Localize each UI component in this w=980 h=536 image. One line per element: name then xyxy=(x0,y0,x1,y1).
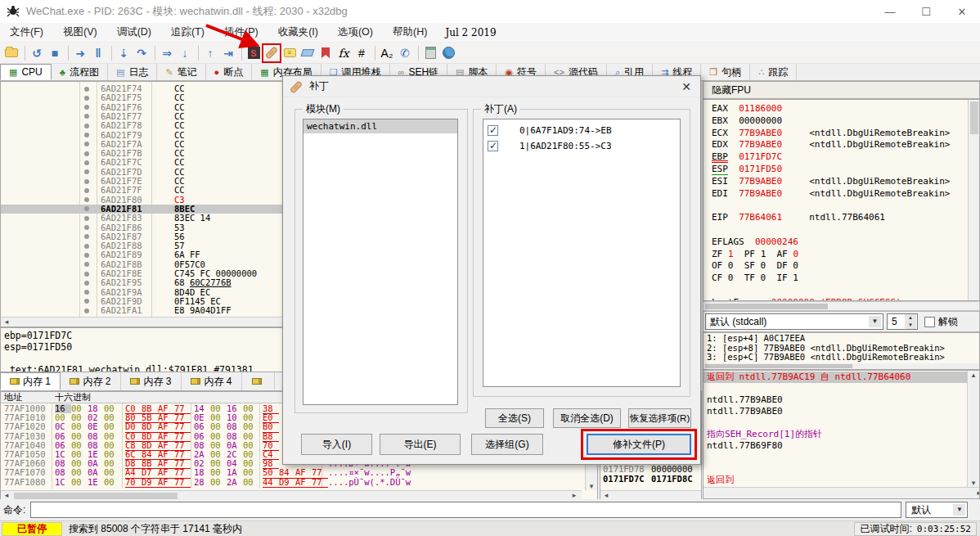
hash-icon[interactable]: # xyxy=(353,45,370,61)
stackinfo-vscrollbar[interactable]: ▴▾ xyxy=(967,371,979,487)
call-icon[interactable]: ✆ xyxy=(397,45,413,61)
arguments-pane[interactable]: 1: [esp+4] A0C17EEA2: [esp+8] 77B9ABE0 <… xyxy=(703,332,980,370)
text-icon[interactable]: A₂ xyxy=(379,45,395,61)
registers-hscrollbar[interactable] xyxy=(703,301,980,311)
select-all-button[interactable]: 全选(S) xyxy=(485,408,544,428)
memory-tab-内存-2[interactable]: 内存 2 xyxy=(61,372,121,390)
menu-item-2[interactable]: 调试(D) xyxy=(107,25,161,39)
tab-日志[interactable]: ▤日志 xyxy=(108,64,157,80)
open-file-icon[interactable] xyxy=(3,45,20,61)
run-to-user-icon[interactable]: ⇥ xyxy=(220,45,236,61)
disasm-row[interactable]: 6AD21F79CC xyxy=(1,131,285,140)
stackinfo-hscrollbar[interactable]: ▸ xyxy=(704,487,980,498)
comments-icon[interactable]: ≡ xyxy=(281,45,298,61)
step-down-icon[interactable]: ↓ xyxy=(177,45,193,61)
disasm-row[interactable]: 6AD21F7ECC xyxy=(1,177,285,186)
disasm-row[interactable]: 6AD21F9568 60C2776B xyxy=(1,278,285,287)
tab-流程图[interactable]: ♣流程图 xyxy=(52,64,108,80)
memory-tab-内存-4[interactable]: 内存 4 xyxy=(182,372,242,390)
disasm-row[interactable]: 6AD21F8857 xyxy=(1,241,285,250)
disasm-row[interactable]: 6AD21F75CC xyxy=(1,93,285,102)
memory-tab-内存-3[interactable]: 内存 3 xyxy=(121,372,182,390)
patch-item[interactable]: 1|6AD21F80:55->C3 xyxy=(483,138,680,154)
tab-CPU[interactable]: ▦CPU xyxy=(0,64,52,80)
disasm-row[interactable]: 6AD21F74CC xyxy=(1,84,285,93)
hide-fpu-button[interactable]: 隐藏FPU xyxy=(703,81,980,99)
menu-item-4[interactable]: 插件(P) xyxy=(214,25,268,39)
tab-句柄[interactable]: ❒句柄 xyxy=(701,64,750,80)
disasm-row[interactable]: 6AD21FA1E8 9A04D1FF xyxy=(1,306,285,315)
menu-item-0[interactable]: 文件(F) xyxy=(0,25,53,39)
export-button[interactable]: 导出(E) xyxy=(380,434,461,455)
disasm-row[interactable]: 6AD21F8EC745 FC 00000000 xyxy=(1,269,285,278)
patch-item[interactable]: 0|6A7F1AD9:74->EB xyxy=(483,123,680,138)
disasm-row[interactable]: 6AD21F8756 xyxy=(1,232,285,241)
arguments-hscrollbar[interactable] xyxy=(704,363,980,369)
disasm-row[interactable]: 6AD21F7BCC xyxy=(1,149,285,158)
patches-list[interactable]: 0|6A7F1AD9:74->EB1|6AD21F80:55->C3 xyxy=(483,119,681,387)
patch-icon[interactable] xyxy=(263,45,280,61)
disasm-row[interactable]: 6AD21F80C3 xyxy=(1,196,285,205)
import-button[interactable]: 导入(I) xyxy=(301,434,372,455)
stop-icon[interactable]: ■ xyxy=(47,45,63,61)
patch-checkbox[interactable] xyxy=(488,141,498,151)
calculator-icon[interactable] xyxy=(422,45,438,61)
step-into-icon[interactable]: ⇣ xyxy=(115,45,132,61)
internet-icon[interactable] xyxy=(440,45,456,61)
disasm-row[interactable]: 6AD21F8653 xyxy=(1,223,285,232)
functions-icon[interactable]: fx xyxy=(335,45,352,61)
menu-item-1[interactable]: 视图(V) xyxy=(53,25,107,39)
disasm-row[interactable]: 6AD21F76CC xyxy=(1,103,285,112)
step-out-icon[interactable]: ↑ xyxy=(202,45,218,61)
select-group-button[interactable]: 选择组(G) xyxy=(471,434,543,455)
deselect-all-button[interactable]: 取消全选(D) xyxy=(553,408,621,428)
disassembly-pane[interactable]: 6AD21F74CC6AD21F75CC6AD21F76CC6AD21F77CC… xyxy=(0,81,285,327)
stack-row[interactable]: 0171FD7C0171FD8C xyxy=(600,474,702,484)
menu-item-3[interactable]: 追踪(T) xyxy=(161,25,214,39)
modules-list[interactable]: wechatwin.dll xyxy=(303,119,458,405)
disasm-row[interactable]: 6AD21F78CC xyxy=(1,121,285,130)
patch-file-button[interactable]: 修补文件(P) xyxy=(587,434,691,455)
tab-笔记[interactable]: ✎笔记 xyxy=(157,64,205,80)
restart-icon[interactable]: ↺ xyxy=(29,45,45,61)
bookmarks-icon[interactable] xyxy=(317,45,334,61)
module-item[interactable]: wechatwin.dll xyxy=(303,119,457,133)
strings-icon[interactable]: S xyxy=(245,45,262,61)
memory-tab-内存-1[interactable]: 内存 1 xyxy=(0,372,61,390)
disasm-row[interactable]: 6AD21F7DCC xyxy=(1,168,285,177)
run-until-icon[interactable]: ⇒ xyxy=(159,45,175,61)
disasm-row[interactable]: 6AD21F7CCC xyxy=(1,158,285,167)
menu-item-7[interactable]: 帮助(H) xyxy=(383,25,437,39)
restore-selection-button[interactable]: 恢复选择项(R) xyxy=(628,408,691,428)
registers-vscrollbar[interactable] xyxy=(968,100,979,300)
maximize-button[interactable]: ☐ xyxy=(908,0,944,23)
run-icon[interactable]: ➜ xyxy=(72,45,88,61)
step-over-icon[interactable]: ↷ xyxy=(133,45,150,61)
disasm-row[interactable]: 6AD21F7ACC xyxy=(1,140,285,149)
disasm-row[interactable]: 6AD21F8383EC 14 xyxy=(1,214,285,223)
calling-convention-dropdown[interactable]: 默认 (stdcall)▼ xyxy=(705,313,883,330)
patch-checkbox[interactable] xyxy=(488,125,498,136)
unlock-checkbox[interactable]: 解锁 xyxy=(924,315,958,329)
minimize-button[interactable]: — xyxy=(872,0,908,23)
disasm-row[interactable]: 6AD21F818BEC xyxy=(1,205,285,214)
tab-跟踪[interactable]: ∴跟踪 xyxy=(750,64,797,80)
pause-icon[interactable]: ‖ xyxy=(90,45,106,61)
patch-dialog-titlebar[interactable]: 补丁 ✕ xyxy=(283,76,700,97)
stack-row[interactable]: 0171FD7800000000 xyxy=(600,464,702,474)
tab-断点[interactable]: ●断点 xyxy=(206,64,253,80)
menu-item-6[interactable]: 选项(O) xyxy=(328,25,383,39)
disasm-row[interactable]: 6AD21F896A FF xyxy=(1,250,285,259)
dialog-close-button[interactable]: ✕ xyxy=(672,77,700,97)
close-button[interactable]: ✕ xyxy=(944,0,980,23)
arg-count-stepper[interactable]: 5▲▼ xyxy=(887,313,918,330)
disasm-row[interactable]: 6AD21F77CC xyxy=(1,112,285,121)
registers-pane[interactable]: EAX 01186000EBX 00000000ECX 77B9ABE0 <nt… xyxy=(703,99,980,301)
command-profile-dropdown[interactable]: 默认▼ xyxy=(906,502,968,518)
labels-icon[interactable] xyxy=(299,45,316,61)
disasm-row[interactable]: 6AD21F9D0F1145 EC xyxy=(1,297,285,306)
stack-info-pane[interactable]: 返回到 ntdll.77B9AC19 自 ntdll.77B64060 ntdl… xyxy=(703,370,980,499)
disasm-row[interactable]: 6AD21F7FCC xyxy=(1,186,285,195)
disasm-row[interactable]: 6AD21F9A8D4D EC xyxy=(1,288,285,297)
command-input[interactable] xyxy=(30,502,901,518)
